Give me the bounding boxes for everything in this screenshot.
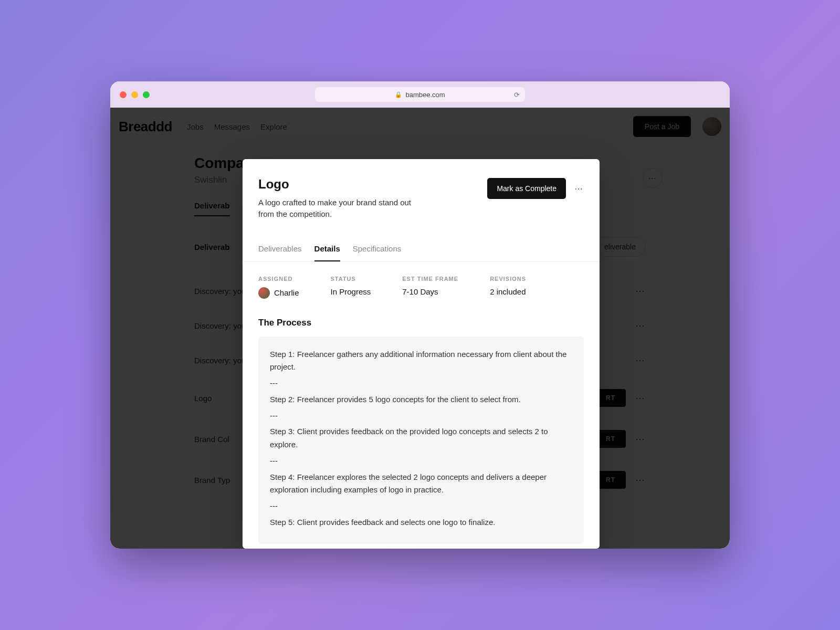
process-divider: --- <box>270 410 572 423</box>
meta-label: STATUS <box>331 276 371 282</box>
assignee-name: Charlie <box>274 288 299 297</box>
window-controls <box>120 91 150 98</box>
maximize-window-button[interactable] <box>143 91 150 98</box>
meta-label: REVISIONS <box>490 276 526 282</box>
modal-title: Logo <box>258 177 416 192</box>
process-step: Step 4: Freelancer explores the selected… <box>270 471 572 497</box>
process-divider: --- <box>270 500 572 513</box>
process-divider: --- <box>270 455 572 468</box>
meta-label: EST TIME FRAME <box>402 276 458 282</box>
assignee-avatar <box>258 287 270 299</box>
modal-tab-specifications[interactable]: Specifications <box>353 244 402 261</box>
process-heading: The Process <box>258 318 584 328</box>
process-divider: --- <box>270 377 572 390</box>
modal-tab-deliverables[interactable]: Deliverables <box>258 244 302 261</box>
meta-status: STATUS In Progress <box>331 276 371 299</box>
process-step: Step 1: Freelancer gathers any additiona… <box>270 348 572 374</box>
process-step: Step 2: Freelancer provides 5 logo conce… <box>270 393 572 406</box>
meta-timeframe: EST TIME FRAME 7-10 Days <box>402 276 458 299</box>
meta-assigned: ASSIGNED Charlie <box>258 276 299 299</box>
process-step: Step 5: Client provides feedback and sel… <box>270 516 572 529</box>
process-box: Step 1: Freelancer gathers any additiona… <box>258 337 584 544</box>
app-body: Breaddd Jobs Messages Explore Post a Job… <box>110 108 730 549</box>
meta-value: 2 included <box>490 287 526 296</box>
deliverable-modal: Logo A logo crafted to make your brand s… <box>243 159 600 549</box>
browser-titlebar: 🔒 bambee.com ⟳ <box>110 81 730 108</box>
process-step: Step 3: Client provides feedback on the … <box>270 425 572 452</box>
lock-icon: 🔒 <box>395 91 402 98</box>
meta-revisions: REVISIONS 2 included <box>490 276 526 299</box>
minimize-window-button[interactable] <box>131 91 138 98</box>
meta-value: In Progress <box>331 287 371 296</box>
meta-value: Charlie <box>258 287 299 299</box>
meta-label: ASSIGNED <box>258 276 299 282</box>
modal-menu-icon[interactable]: ⋯ <box>574 184 584 194</box>
meta-row: ASSIGNED Charlie STATUS In Progress EST … <box>258 276 584 299</box>
modal-tabs: Deliverables Details Specifications <box>243 244 600 262</box>
refresh-icon[interactable]: ⟳ <box>514 91 520 99</box>
meta-value: 7-10 Days <box>402 287 458 296</box>
browser-window: 🔒 bambee.com ⟳ Breaddd Jobs Messages Exp… <box>110 81 730 549</box>
modal-header: Logo A logo crafted to make your brand s… <box>258 177 584 220</box>
address-bar[interactable]: 🔒 bambee.com ⟳ <box>315 87 525 102</box>
modal-description: A logo crafted to make your brand stand … <box>258 197 416 220</box>
url-text: bambee.com <box>405 91 445 99</box>
mark-complete-button[interactable]: Mark as Complete <box>487 178 566 199</box>
modal-tab-details[interactable]: Details <box>314 244 340 261</box>
close-window-button[interactable] <box>120 91 127 98</box>
